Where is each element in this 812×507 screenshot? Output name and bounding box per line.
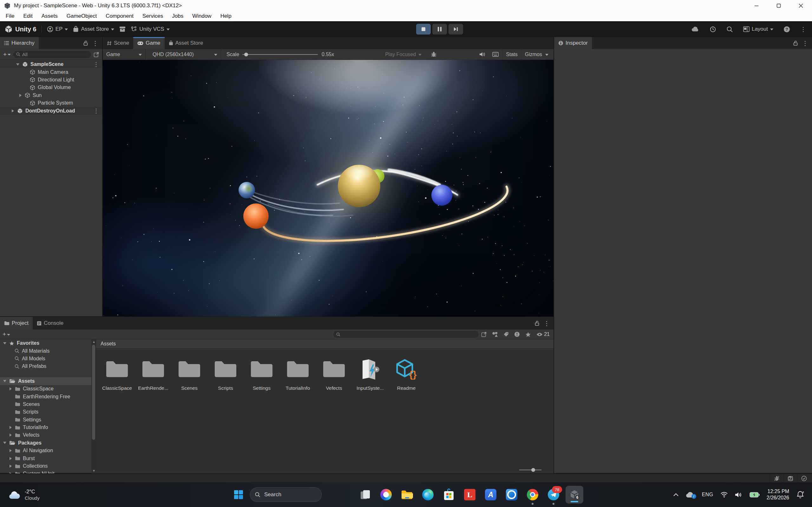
vsync-grid-button[interactable] (489, 49, 502, 60)
expand-arrow-icon[interactable] (8, 448, 13, 453)
help-icon[interactable]: ? (783, 26, 790, 33)
telegram-button[interactable]: 78 (543, 482, 564, 507)
picker-icon[interactable] (481, 331, 487, 337)
expand-arrow-icon[interactable] (8, 425, 13, 430)
maximize-button[interactable] (768, 0, 790, 11)
tree-row[interactable]: Vefects (0, 431, 96, 439)
tree-row[interactable]: TutorialInfo (0, 424, 96, 431)
tree-row[interactable]: Main Camera (0, 68, 102, 76)
taskbar-search[interactable]: Search (250, 487, 322, 502)
play-stop-button[interactable] (416, 24, 431, 35)
visible-count[interactable]: 21 (537, 331, 550, 337)
debugger-disabled-icon[interactable] (770, 474, 783, 483)
asset-folder[interactable]: Vefects (316, 357, 352, 391)
gizmos-dropdown[interactable]: Gizmos (521, 49, 554, 60)
tree-row[interactable]: Settings (0, 416, 96, 424)
pause-button[interactable] (432, 24, 447, 35)
picker-icon[interactable] (94, 52, 99, 57)
tree-row[interactable]: Burst (0, 454, 96, 462)
expand-arrow-icon[interactable] (8, 386, 13, 391)
project-search-input[interactable] (334, 331, 478, 338)
unity-taskbar-button[interactable]: 6 (564, 482, 585, 507)
display-dropdown[interactable]: Game (103, 49, 146, 60)
menu-assets[interactable]: Assets (37, 13, 62, 19)
tree-row-assets-root[interactable]: Assets (0, 377, 96, 385)
menu-help[interactable]: Help (216, 13, 236, 19)
asset-folder[interactable]: EarthRende... (135, 357, 171, 391)
stats-button[interactable]: Stats (502, 49, 521, 60)
tree-row[interactable]: All Prefabs (0, 362, 96, 370)
expand-arrow-icon[interactable] (15, 62, 20, 67)
filter-by-label-icon[interactable] (503, 332, 509, 337)
tree-row-favorites[interactable]: Favorites (0, 339, 96, 347)
asset-store-dropdown[interactable]: Asset Store (73, 26, 114, 32)
expand-arrow-icon[interactable] (18, 93, 23, 98)
step-button[interactable] (449, 24, 463, 35)
menu-edit[interactable]: Edit (19, 13, 37, 19)
menu-services[interactable]: Services (138, 13, 167, 19)
unlock-icon[interactable] (535, 321, 539, 326)
task-view-button[interactable] (355, 482, 375, 507)
tree-row[interactable]: Scenes (0, 400, 96, 408)
tree-row[interactable]: Particle System (0, 99, 102, 107)
slider-knob[interactable] (531, 468, 535, 472)
status-ok-icon[interactable] (797, 474, 811, 483)
play-focused-dropdown[interactable]: Play Focused (382, 49, 425, 60)
resolution-dropdown[interactable]: QHD (2560x1440) (149, 49, 221, 60)
unity-vcs-dropdown[interactable]: Unity VCS (131, 26, 169, 32)
language-indicator[interactable]: ENG (702, 492, 713, 498)
tree-row-packages-root[interactable]: Packages (0, 439, 96, 447)
volume-icon[interactable] (735, 492, 743, 498)
tree-row[interactable]: Global Volume (0, 83, 102, 91)
tree-row[interactable]: AI Navigation (0, 447, 96, 454)
tab-project[interactable]: Project (0, 317, 33, 330)
notification-bell-icon[interactable]: z (796, 491, 804, 499)
tree-row-dontdestroy[interactable]: DontDestroyOnLoad ⋮ (0, 107, 102, 114)
scrollbar-thumb[interactable] (92, 345, 95, 440)
expand-arrow-icon[interactable] (2, 441, 7, 446)
onedrive-icon[interactable]: i (686, 492, 695, 498)
expand-arrow-icon[interactable] (8, 433, 13, 438)
menu-window[interactable]: Window (188, 13, 216, 19)
tree-row[interactable]: All Models (0, 355, 96, 362)
asset-folder[interactable]: Settings (244, 357, 280, 391)
tree-row[interactable]: All Materials (0, 347, 96, 354)
add-gameobject-button[interactable]: + (3, 51, 11, 58)
mute-audio-button[interactable] (476, 49, 489, 60)
scroll-down-icon[interactable]: ▼ (92, 469, 95, 472)
cloud-icon[interactable] (692, 26, 699, 32)
outlook-button[interactable] (501, 482, 522, 507)
tab-scene[interactable]: Scene (103, 37, 133, 49)
tray-chevron-icon[interactable] (673, 493, 678, 496)
unlock-icon[interactable] (84, 41, 88, 46)
start-button[interactable] (231, 487, 246, 502)
asset-readme[interactable]: {} Readme (388, 357, 424, 391)
grid-size-slider[interactable] (519, 469, 542, 470)
scroll-up-icon[interactable]: ▲ (92, 341, 95, 343)
edge-button[interactable] (417, 482, 438, 507)
filter-by-type-icon[interactable] (492, 332, 498, 337)
microsoft-store-button[interactable] (438, 482, 459, 507)
weather-widget[interactable]: -2°C Cloudy (8, 482, 40, 507)
tree-row-scene[interactable]: SampleScene ⋮ (0, 60, 102, 68)
history-icon[interactable] (709, 26, 716, 33)
a-app-button[interactable]: A (480, 482, 501, 507)
panel-menu-icon[interactable]: ⋮ (802, 40, 808, 46)
minimize-button[interactable] (745, 0, 768, 11)
row-menu-icon[interactable]: ⋮ (93, 61, 99, 68)
account-dropdown[interactable]: EP (47, 26, 68, 32)
tab-console[interactable]: Console (33, 317, 67, 330)
tab-game[interactable]: Game (133, 37, 164, 49)
tree-row[interactable]: ClassicSpace (0, 385, 96, 393)
asset-folder[interactable]: Scripts (207, 357, 244, 391)
tab-inspector[interactable]: Inspector (554, 37, 592, 49)
menu-file[interactable]: File (1, 13, 19, 19)
unlock-icon[interactable] (793, 41, 798, 46)
favorites-star-icon[interactable] (525, 332, 531, 337)
panel-menu-icon[interactable]: ⋮ (544, 320, 550, 326)
debug-bug-icon[interactable] (431, 51, 437, 57)
taskbar-clock[interactable]: 12:25 PM 2/26/2026 (767, 488, 789, 501)
cache-server-disabled-icon[interactable] (783, 474, 797, 483)
tree-row[interactable]: Custom NUnit (0, 470, 96, 473)
menu-jobs[interactable]: Jobs (167, 13, 188, 19)
